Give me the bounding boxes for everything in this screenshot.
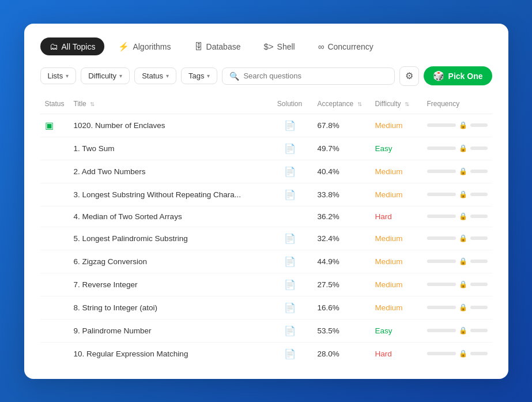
topic-label-database: Database bbox=[206, 42, 241, 51]
topic-btn-all[interactable]: 🗂All Topics bbox=[40, 37, 105, 55]
freq-bar-2 bbox=[470, 170, 488, 173]
col-status: Status bbox=[40, 96, 69, 114]
status-cell bbox=[40, 273, 69, 296]
sort-acceptance-icon: ⇅ bbox=[357, 101, 362, 107]
status-dropdown[interactable]: Status ▾ bbox=[134, 67, 176, 84]
difficulty-badge: Medium bbox=[375, 234, 403, 243]
title-cell[interactable]: 1020. Number of Enclaves bbox=[69, 114, 267, 137]
solution-cell[interactable]: 📄 bbox=[267, 137, 313, 160]
difficulty-badge: Medium bbox=[375, 121, 403, 130]
topic-icon-database: 🗄 bbox=[194, 42, 203, 51]
table-row: 6. Zigzag Conversion 📄 44.9% Medium 🔒 bbox=[40, 250, 492, 273]
solution-cell[interactable]: 📄 bbox=[267, 342, 313, 365]
title-cell[interactable]: 3. Longest Substring Without Repeating C… bbox=[69, 183, 267, 206]
freq-bar-2 bbox=[470, 193, 488, 196]
freq-bar-2 bbox=[470, 352, 488, 355]
solution-cell[interactable]: 📄 bbox=[267, 114, 313, 137]
topic-btn-database[interactable]: 🗄Database bbox=[185, 37, 250, 55]
col-solution: Solution bbox=[267, 96, 313, 114]
topic-btn-algorithms[interactable]: ⚡Algorithms bbox=[109, 37, 180, 56]
topic-btn-shell[interactable]: $>Shell bbox=[254, 37, 304, 55]
table-row: 9. Palindrome Number 📄 53.5% Easy 🔒 bbox=[40, 319, 492, 342]
lists-dropdown[interactable]: Lists ▾ bbox=[40, 67, 77, 84]
status-cell bbox=[40, 183, 69, 206]
col-difficulty[interactable]: Difficulty ⇅ bbox=[371, 96, 422, 114]
solution-cell[interactable]: 📄 bbox=[267, 273, 313, 296]
main-card: 🗂All Topics⚡Algorithms🗄Database$>Shell∞C… bbox=[24, 24, 508, 379]
status-cell bbox=[40, 227, 69, 250]
title-cell[interactable]: 4. Median of Two Sorted Arrays bbox=[69, 206, 267, 227]
solution-icon: 📄 bbox=[284, 257, 296, 266]
frequency-cell: 🔒 bbox=[422, 114, 492, 137]
table-row: 4. Median of Two Sorted Arrays 36.2% Har… bbox=[40, 206, 492, 227]
table-row: 5. Longest Palindromic Substring 📄 32.4%… bbox=[40, 227, 492, 250]
col-acceptance[interactable]: Acceptance ⇅ bbox=[313, 96, 371, 114]
acceptance-cell: 28.0% bbox=[313, 342, 371, 365]
difficulty-label: Difficulty bbox=[88, 72, 116, 80]
difficulty-cell: Easy bbox=[371, 137, 422, 160]
status-chevron-icon: ▾ bbox=[166, 73, 169, 79]
title-cell[interactable]: 7. Reverse Integer bbox=[69, 273, 267, 296]
tags-dropdown[interactable]: Tags ▾ bbox=[181, 67, 217, 84]
topic-label-all: All Topics bbox=[62, 42, 96, 51]
difficulty-badge: Medium bbox=[375, 280, 403, 289]
solution-cell[interactable]: 📄 bbox=[267, 250, 313, 273]
freq-bar bbox=[427, 123, 456, 127]
title-cell[interactable]: 1. Two Sum bbox=[69, 137, 267, 160]
freq-bar bbox=[427, 236, 456, 240]
table-row: 1. Two Sum 📄 49.7% Easy 🔒 bbox=[40, 137, 492, 160]
pick-one-button[interactable]: 🎲 Pick One bbox=[424, 66, 492, 85]
difficulty-cell: Medium bbox=[371, 160, 422, 183]
freq-bar-wrap: 🔒 bbox=[427, 280, 488, 288]
acceptance-cell: 36.2% bbox=[313, 206, 371, 227]
title-cell[interactable]: 2. Add Two Numbers bbox=[69, 160, 267, 183]
topic-label-shell: Shell bbox=[277, 42, 295, 51]
solution-cell[interactable]: 📄 bbox=[267, 227, 313, 250]
solution-icon: 📄 bbox=[284, 303, 296, 313]
freq-bar bbox=[427, 215, 456, 218]
difficulty-dropdown[interactable]: Difficulty ▾ bbox=[81, 67, 130, 84]
difficulty-badge: Easy bbox=[375, 326, 393, 335]
problems-table-wrap: Status Title ⇅ Solution Acceptance ⇅ Dif… bbox=[40, 96, 492, 365]
acceptance-cell: 27.5% bbox=[313, 273, 371, 296]
solution-cell[interactable]: 📄 bbox=[267, 296, 313, 319]
status-cell: ▣ bbox=[40, 114, 69, 137]
lock-icon: 🔒 bbox=[459, 144, 467, 152]
difficulty-badge: Medium bbox=[375, 190, 403, 199]
lists-chevron-icon: ▾ bbox=[66, 73, 69, 79]
solution-cell[interactable]: 📄 bbox=[267, 183, 313, 206]
solution-cell[interactable]: 📄 bbox=[267, 319, 313, 342]
search-input[interactable] bbox=[243, 72, 387, 80]
title-cell[interactable]: 6. Zigzag Conversion bbox=[69, 250, 267, 273]
title-cell[interactable]: 10. Regular Expression Matching bbox=[69, 342, 267, 365]
col-title[interactable]: Title ⇅ bbox=[69, 96, 267, 114]
freq-bar bbox=[427, 170, 456, 173]
status-label: Status bbox=[142, 72, 163, 80]
acceptance-cell: 40.4% bbox=[313, 160, 371, 183]
frequency-cell: 🔒 bbox=[422, 227, 492, 250]
topic-icon-all: 🗂 bbox=[50, 42, 58, 51]
difficulty-badge: Hard bbox=[375, 350, 392, 358]
difficulty-cell: Medium bbox=[371, 114, 422, 137]
title-cell[interactable]: 5. Longest Palindromic Substring bbox=[69, 227, 267, 250]
difficulty-badge: Medium bbox=[375, 303, 403, 312]
solution-icon: 📄 bbox=[284, 280, 296, 290]
solution-icon: 📄 bbox=[284, 234, 296, 243]
problems-table: Status Title ⇅ Solution Acceptance ⇅ Dif… bbox=[40, 96, 492, 365]
title-cell[interactable]: 8. String to Integer (atoi) bbox=[69, 296, 267, 319]
solution-cell[interactable]: 📄 bbox=[267, 160, 313, 183]
status-cell bbox=[40, 250, 69, 273]
freq-bar-wrap: 🔒 bbox=[427, 144, 488, 152]
difficulty-cell: Medium bbox=[371, 250, 422, 273]
solution-icon: 📄 bbox=[284, 190, 296, 200]
title-cell[interactable]: 9. Palindrome Number bbox=[69, 319, 267, 342]
difficulty-cell: Medium bbox=[371, 227, 422, 250]
lock-icon: 🔒 bbox=[459, 212, 467, 220]
frequency-cell: 🔒 bbox=[422, 342, 492, 365]
solution-icon: 📄 bbox=[284, 144, 296, 153]
gear-button[interactable]: ⚙ bbox=[399, 66, 419, 86]
frequency-cell: 🔒 bbox=[422, 137, 492, 160]
topic-btn-concurrency[interactable]: ∞Concurrency bbox=[309, 37, 383, 55]
table-row: 8. String to Integer (atoi) 📄 16.6% Medi… bbox=[40, 296, 492, 319]
frequency-cell: 🔒 bbox=[422, 319, 492, 342]
